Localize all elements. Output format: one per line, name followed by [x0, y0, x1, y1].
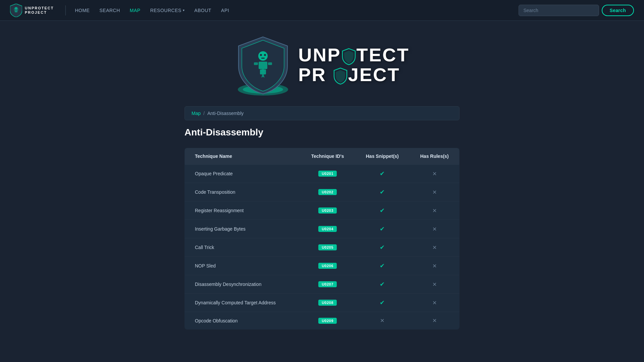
nav-item-home[interactable]: HOME: [71, 5, 94, 16]
technique-name-cell: Code Transposition: [185, 183, 301, 201]
technique-name-cell: Register Reassignment: [185, 201, 301, 220]
technique-id-cell[interactable]: U0207: [300, 275, 355, 294]
nav-item-api[interactable]: API: [217, 5, 233, 16]
x-icon: ✕: [432, 318, 437, 323]
technique-id-cell[interactable]: U0204: [300, 220, 355, 238]
hero-logo: UNP TECT PR JECT: [234, 34, 409, 96]
has-snippet-cell: ✔: [355, 165, 410, 183]
has-rules-cell: ✕: [410, 238, 459, 257]
has-rules-cell: ✕: [410, 294, 459, 312]
x-icon: ✕: [432, 208, 437, 214]
has-snippet-cell: ✔: [355, 275, 410, 294]
has-rules-cell: ✕: [410, 201, 459, 220]
svg-point-5: [258, 51, 268, 61]
svg-rect-13: [263, 69, 266, 74]
svg-rect-12: [260, 69, 263, 74]
navbar: UNPROTECT PROJECT HOME SEARCH MAP RESOUR…: [0, 0, 644, 21]
technique-id-badge[interactable]: U0208: [318, 300, 337, 306]
x-icon: ✕: [432, 171, 437, 177]
technique-id-badge[interactable]: U0203: [318, 207, 337, 214]
hero-shield-icon: [234, 34, 291, 96]
check-icon: ✔: [380, 244, 385, 251]
technique-id-badge[interactable]: U0209: [318, 318, 337, 324]
has-snippet-cell: ✕: [355, 312, 410, 329]
col-header-has-rules: Has Rules(s): [410, 148, 459, 165]
svg-rect-2: [15, 10, 17, 12]
technique-name-cell: Opaque Predicate: [185, 165, 301, 183]
technique-name-cell: Inserting Garbage Bytes: [185, 220, 301, 238]
svg-rect-9: [259, 62, 267, 69]
nav-search-area: Search: [519, 5, 634, 16]
table-header: Technique Name Technique ID's Has Snippe…: [185, 148, 460, 165]
technique-id-cell[interactable]: U0201: [300, 165, 355, 183]
check-icon: ✔: [380, 262, 385, 269]
table-row[interactable]: Opaque PredicateU0201✔✕: [185, 165, 460, 183]
has-snippet-cell: ✔: [355, 201, 410, 220]
technique-id-cell[interactable]: U0209: [300, 312, 355, 329]
nav-divider: [65, 5, 66, 15]
has-snippet-cell: ✔: [355, 238, 410, 257]
check-icon: ✔: [380, 207, 385, 214]
technique-id-cell[interactable]: U0202: [300, 183, 355, 201]
hero-brand-text: UNP TECT PR JECT: [298, 46, 409, 84]
technique-id-badge[interactable]: U0204: [318, 226, 337, 232]
technique-id-cell[interactable]: U0208: [300, 294, 355, 312]
has-snippet-cell: ✔: [355, 257, 410, 275]
breadcrumb-map-link[interactable]: Map: [192, 111, 201, 116]
svg-point-7: [264, 54, 266, 56]
has-rules-cell: ✕: [410, 165, 459, 183]
nav-item-resources[interactable]: RESOURCES: [146, 5, 189, 16]
col-header-has-snippet: Has Snippet(s): [355, 148, 410, 165]
has-rules-cell: ✕: [410, 220, 459, 238]
svg-rect-10: [254, 62, 258, 65]
technique-id-cell[interactable]: U0206: [300, 257, 355, 275]
svg-point-1: [15, 7, 17, 10]
table-row[interactable]: Call TrickU0205✔✕: [185, 238, 460, 257]
col-header-technique-id: Technique ID's: [300, 148, 355, 165]
technique-id-badge[interactable]: U0207: [318, 281, 337, 287]
search-button[interactable]: Search: [602, 5, 634, 16]
technique-id-badge[interactable]: U0206: [318, 263, 337, 269]
table-row[interactable]: Code TranspositionU0202✔✕: [185, 183, 460, 201]
technique-id-cell[interactable]: U0205: [300, 238, 355, 257]
brand-o-shield-icon: [342, 48, 356, 65]
table-row[interactable]: Register ReassignmentU0203✔✕: [185, 201, 460, 220]
has-rules-cell: ✕: [410, 275, 459, 294]
nav-links: HOME SEARCH MAP RESOURCES ABOUT API: [71, 5, 518, 16]
technique-id-badge[interactable]: U0202: [318, 189, 337, 195]
has-snippet-cell: ✔: [355, 220, 410, 238]
breadcrumb: Map / Anti-Disassembly: [184, 106, 460, 120]
breadcrumb-current: Anti-Disassembly: [207, 111, 244, 116]
technique-id-badge[interactable]: U0201: [318, 171, 337, 177]
techniques-table: Technique Name Technique ID's Has Snippe…: [184, 148, 460, 329]
technique-id-badge[interactable]: U0205: [318, 244, 337, 250]
has-rules-cell: ✕: [410, 183, 459, 201]
svg-rect-11: [268, 62, 272, 65]
check-icon: ✔: [380, 281, 385, 288]
nav-item-map[interactable]: MAP: [126, 5, 145, 16]
nav-item-search[interactable]: SEARCH: [95, 5, 124, 16]
table-row[interactable]: NOP SledU0206✔✕: [185, 257, 460, 275]
has-snippet-cell: ✔: [355, 294, 410, 312]
technique-name-cell: Dynamically Computed Target Address: [185, 294, 301, 312]
x-icon: ✕: [432, 245, 437, 250]
x-icon: ✕: [432, 189, 437, 195]
x-icon: ✕: [432, 226, 437, 232]
table-row[interactable]: Inserting Garbage BytesU0204✔✕: [185, 220, 460, 238]
x-icon: ✕: [380, 318, 384, 323]
main-content: Anti-Disassembly Technique Name Techniqu…: [178, 127, 466, 350]
has-snippet-cell: ✔: [355, 183, 410, 201]
brand-o2-shield-icon: [333, 67, 347, 85]
nav-item-about[interactable]: ABOUT: [190, 5, 215, 16]
table-row[interactable]: Opcode ObfuscationU0209✕✕: [185, 312, 460, 329]
technique-name-cell: Call Trick: [185, 238, 301, 257]
logo[interactable]: UNPROTECT PROJECT: [10, 4, 54, 17]
x-icon: ✕: [432, 263, 437, 269]
breadcrumb-separator: /: [203, 111, 205, 116]
svg-point-6: [260, 54, 262, 56]
table-row[interactable]: Dynamically Computed Target AddressU0208…: [185, 294, 460, 312]
search-input[interactable]: [519, 5, 599, 16]
technique-id-cell[interactable]: U0203: [300, 201, 355, 220]
hero-section: UNP TECT PR JECT: [0, 21, 644, 106]
table-row[interactable]: Disassembly DesynchronizationU0207✔✕: [185, 275, 460, 294]
